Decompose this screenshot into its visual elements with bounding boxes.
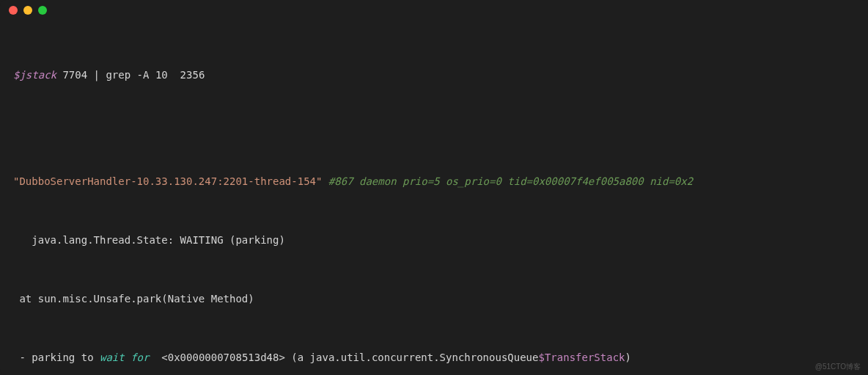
close-icon[interactable]	[9, 6, 18, 15]
thread-meta: #867 daemon prio=5 os_prio=0 tid=0x00007…	[322, 175, 693, 187]
terminal-window: $jstack 7704 | grep -A 10 2356 "DubboSer…	[0, 0, 868, 375]
prompt: $jstack	[13, 69, 56, 81]
thread-header: "DubboServerHandler-10.33.130.247:2201-t…	[13, 172, 855, 192]
terminal-output[interactable]: $jstack 7704 | grep -A 10 2356 "DubboSer…	[0, 21, 868, 375]
command-line: $jstack 7704 | grep -A 10 2356	[13, 65, 855, 85]
blank-line	[13, 124, 855, 133]
stack-line: at sun.misc.Unsafe.park(Native Method)	[13, 289, 855, 309]
minimize-icon[interactable]	[23, 6, 32, 15]
stack-line: - parking to wait for <0x0000000708513d4…	[13, 348, 855, 368]
watermark: @51CTO博客	[815, 362, 861, 372]
command-args: 7704 | grep -A 10 2356	[56, 69, 205, 81]
maximize-icon[interactable]	[38, 6, 47, 15]
thread-state: java.lang.Thread.State: WAITING (parking…	[13, 230, 855, 250]
thread-name: "DubboServerHandler-10.33.130.247:2201-t…	[13, 175, 322, 187]
titlebar	[0, 0, 868, 21]
